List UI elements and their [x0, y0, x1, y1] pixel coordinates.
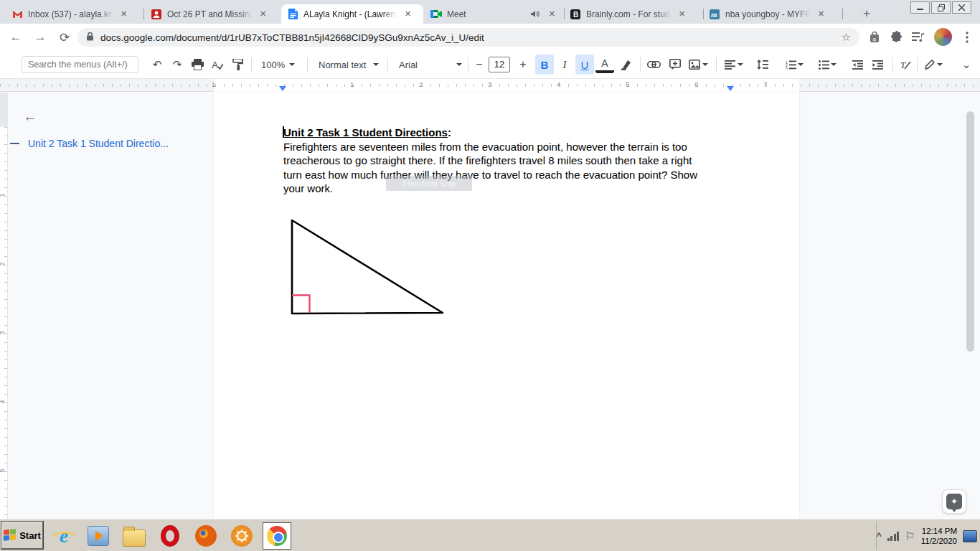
network-signal-icon[interactable]	[887, 532, 900, 541]
tray-expand-chevron-icon[interactable]: ^	[877, 531, 882, 541]
tab-close-icon[interactable]: ✕	[676, 8, 688, 20]
profile-avatar[interactable]	[934, 28, 952, 46]
url-omnibox[interactable]: docs.google.com/document/d/1rUB7xToCTBB8…	[77, 28, 859, 47]
tab-brainly[interactable]: B Brainly.com - For students ✕	[564, 4, 703, 24]
browser-menu-kebab-icon[interactable]	[958, 29, 976, 46]
show-desktop-button[interactable]	[963, 530, 977, 542]
extension-bag-icon[interactable]: a	[866, 29, 883, 46]
extensions-puzzle-icon[interactable]	[888, 29, 905, 46]
print-button[interactable]	[188, 55, 207, 75]
text-color-button[interactable]: A	[595, 56, 614, 73]
outline-item[interactable]: Unit 2 Task 1 Student Directio...	[10, 138, 169, 149]
highlight-color-button[interactable]	[617, 55, 636, 75]
tab-meet[interactable]: Meet ✕	[425, 4, 564, 24]
close-outline-arrow-icon[interactable]: ←	[22, 108, 39, 126]
doc-body-paragraph[interactable]: Firefighters are seventeen miles from th…	[283, 140, 732, 195]
clear-formatting-button[interactable]: T	[895, 55, 914, 75]
bulleted-list-button[interactable]	[815, 55, 839, 75]
file-explorer-folder-icon[interactable]	[122, 524, 146, 548]
tab-close-icon[interactable]: ✕	[546, 8, 558, 20]
tab-close-icon[interactable]: ✕	[402, 8, 414, 20]
document-canvas: 1 2 3 4 5 ← Unit 2 Task 1 Student Direct…	[0, 93, 980, 519]
back-button[interactable]: ←	[6, 27, 26, 47]
explore-star-icon: ✦	[946, 494, 962, 509]
svg-text:a: a	[873, 36, 877, 42]
chevron-down-icon	[289, 63, 295, 66]
chrome-icon-active[interactable]	[263, 522, 291, 550]
windows-media-player-icon[interactable]	[86, 524, 110, 548]
forward-button[interactable]: →	[30, 27, 50, 47]
right-indent-marker[interactable]	[727, 86, 734, 91]
windows-taskbar: Start e ^ ⚐	[0, 519, 980, 551]
tab-close-icon[interactable]: ✕	[118, 8, 130, 20]
paint-format-button[interactable]	[228, 55, 247, 75]
lanschool-helm-icon[interactable]	[230, 524, 254, 548]
opera-icon[interactable]	[158, 524, 182, 548]
font-size-decrease-button[interactable]: −	[470, 55, 489, 75]
increase-indent-button[interactable]	[868, 55, 887, 75]
tab-audio-speaker-icon[interactable]	[529, 9, 541, 20]
paragraph-style-select[interactable]: Normal text	[316, 56, 382, 73]
url-text[interactable]: docs.google.com/document/d/1rUB7xToCTBB8…	[100, 32, 835, 43]
playlist-extension-icon[interactable]	[910, 29, 927, 46]
snip-tooltip-ghost: Free-form Snip	[386, 176, 472, 191]
chevron-down-icon	[456, 63, 462, 66]
horizontal-ruler[interactable]: 1 1 2 3 4 5 6 7	[0, 79, 980, 92]
chevron-down-icon	[738, 63, 743, 66]
toolbar-overflow-chevron[interactable]: ⌄	[957, 55, 976, 75]
tab-title: nba youngboy - MYFREEM	[725, 9, 810, 19]
window-minimize-button[interactable]	[910, 1, 930, 14]
https-lock-icon[interactable]	[86, 31, 94, 44]
add-comment-button[interactable]	[666, 55, 684, 75]
tab-gmail[interactable]: Inbox (537) - alayla.knight ✕	[6, 4, 143, 24]
bookmark-star-icon[interactable]: ☆	[842, 31, 851, 44]
window-close-button[interactable]	[952, 1, 971, 14]
tab-google-docs-active[interactable]: ALayla Knight - (Lawrence) ✕	[281, 4, 423, 24]
doc-heading[interactable]: Unit 2 Task 1 Student Directions:	[283, 126, 451, 138]
chevron-down-icon	[373, 63, 379, 66]
zoom-select[interactable]: 100%	[258, 56, 298, 73]
browser-address-bar: ← → ⟳ docs.google.com/document/d/1rUB7xT…	[0, 24, 980, 50]
gmail-icon	[11, 9, 23, 20]
tab-myfreemp3[interactable]: m nba youngboy - MYFREEM ✕	[703, 4, 842, 24]
tray-date: 11/2/2020	[921, 536, 957, 546]
internet-explorer-icon[interactable]: e	[52, 524, 76, 548]
decrease-indent-button[interactable]	[848, 55, 867, 75]
undo-button[interactable]: ↶	[148, 55, 166, 75]
font-size-increase-button[interactable]: +	[514, 55, 532, 75]
align-button[interactable]	[722, 55, 746, 75]
insert-link-button[interactable]	[644, 55, 663, 75]
tray-clock[interactable]: 12:14 PM 11/2/2020	[921, 526, 957, 546]
reload-button[interactable]: ⟳	[55, 27, 75, 47]
tab-close-icon[interactable]: ✕	[815, 8, 827, 20]
right-triangle-drawing[interactable]	[283, 215, 456, 322]
font-size-value[interactable]: 12	[489, 57, 510, 72]
tab-close-icon[interactable]: ✕	[257, 8, 269, 20]
italic-button[interactable]: I	[555, 55, 574, 75]
firefox-icon[interactable]	[194, 524, 218, 548]
bold-button[interactable]: B	[535, 55, 554, 75]
tab-title: Oct 26 PT and Missing Side	[167, 9, 252, 19]
explore-button[interactable]: ✦	[942, 489, 966, 514]
action-center-flag-icon[interactable]: ⚐	[905, 529, 915, 543]
window-restore-button[interactable]	[931, 1, 951, 14]
vertical-ruler[interactable]: 1 2 3 4 5	[0, 93, 8, 519]
tab-classroom-doc[interactable]: Oct 26 PT and Missing Side ✕	[145, 4, 281, 24]
start-button[interactable]: Start	[1, 522, 43, 549]
editing-mode-button[interactable]	[921, 55, 946, 75]
font-family-select[interactable]: Arial	[396, 56, 465, 73]
myfreemp3-icon: m	[709, 9, 720, 20]
left-indent-marker[interactable]	[279, 86, 286, 91]
vertical-scrollbar-thumb[interactable]	[966, 111, 974, 352]
system-tray: ^ ⚐ 12:14 PM 11/2/2020	[876, 522, 980, 550]
tray-time: 12:14 PM	[921, 526, 957, 536]
numbered-list-button[interactable]: 123	[782, 55, 806, 75]
search-menus-input[interactable]	[22, 56, 138, 73]
insert-image-button[interactable]	[686, 55, 710, 75]
line-spacing-button[interactable]	[753, 55, 772, 75]
spellcheck-button[interactable]: A	[208, 55, 227, 75]
new-tab-button[interactable]: +	[858, 6, 875, 23]
redo-button[interactable]: ↷	[168, 55, 187, 75]
tab-title: Inbox (537) - alayla.knight	[28, 9, 113, 19]
underline-button[interactable]: U	[575, 55, 594, 75]
